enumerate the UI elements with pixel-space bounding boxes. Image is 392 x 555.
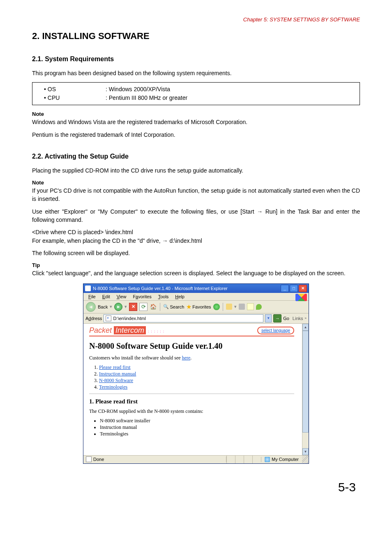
toolbar-divider-2 — [223, 303, 223, 311]
menu-file[interactable]: File — [86, 294, 98, 299]
status-seg — [226, 456, 235, 463]
sec22-p3: Use either "Explorer" or "My Computer" t… — [32, 207, 360, 224]
status-seg — [252, 456, 261, 463]
page-icon — [106, 315, 111, 321]
stop-button[interactable]: ✕ — [129, 303, 137, 311]
status-done: Done — [93, 457, 104, 462]
links-chevron-icon[interactable]: » — [305, 316, 307, 320]
vertical-scrollbar[interactable]: ▲ ▼ — [302, 324, 309, 455]
req-key-cpu: • CPU — [37, 94, 106, 102]
status-page-icon — [86, 456, 92, 462]
menu-favorites[interactable]: Favorites — [130, 294, 154, 299]
back-dropdown-icon[interactable]: ▾ — [110, 304, 112, 309]
sec22-p7: Click "select language", and the languag… — [32, 269, 360, 277]
logo-intercom: Intercom — [114, 326, 146, 334]
window-title: N-8000 Software Setup Guide ver.1.40 - M… — [93, 286, 281, 291]
scroll-up-icon[interactable]: ▲ — [302, 324, 309, 331]
search-button[interactable]: 🔍Search — [163, 304, 184, 309]
scroll-track[interactable] — [302, 331, 309, 448]
select-language-link[interactable]: select language — [257, 327, 294, 334]
note-body-1a: Windows and Windows Vista are the regist… — [32, 118, 360, 126]
heading-2-1: 2.1. System Requirements — [32, 55, 360, 63]
toc-link-1[interactable]: Please read first — [99, 364, 131, 370]
edit-button[interactable] — [247, 303, 254, 310]
status-zone: My Computer — [272, 457, 299, 462]
forward-button[interactable]: ► — [114, 303, 122, 311]
sec22-p4: <Drive where CD is placed> \index.html — [32, 228, 360, 236]
status-seg — [235, 456, 244, 463]
history-button[interactable] — [226, 304, 232, 310]
address-bar: Address D:\en\index.html ▼ → Go Links » — [83, 313, 309, 324]
guide-toc: Please read first Instruction manual N-8… — [99, 364, 294, 390]
close-button[interactable]: ✕ — [299, 285, 307, 292]
back-label: Back — [98, 304, 108, 309]
scroll-thumb[interactable] — [302, 331, 309, 433]
guide-sec1-list: N-8000 software installer Instruction ma… — [100, 418, 294, 437]
guide-intro-text: Customers who install the software shoul… — [89, 355, 182, 361]
sec22-p6: The following screen will be displayed. — [32, 249, 360, 257]
logo-dots-icon: : : : : : : — [148, 329, 164, 334]
address-input[interactable]: D:\en\index.html — [104, 314, 263, 322]
req-val-cpu: : Pentium III 800 MHz or greater — [106, 94, 355, 102]
search-icon: 🔍 — [163, 304, 169, 309]
heading-2-2: 2.2. Activating the Setup Guide — [32, 153, 360, 160]
status-bar: Done My Computer — [83, 455, 309, 463]
req-val-os: : Windows 2000/XP/Vista — [106, 85, 355, 94]
address-value: D:\en\index.html — [113, 316, 145, 321]
address-dropdown-icon[interactable]: ▼ — [265, 314, 272, 322]
maximize-button[interactable]: □ — [290, 285, 298, 292]
back-button[interactable]: ◄ — [86, 302, 96, 312]
note-body-1b: Pentium is the registered trademark of I… — [32, 131, 360, 139]
history-dropdown-icon[interactable]: ▾ — [234, 304, 237, 309]
menu-tools[interactable]: Tools — [156, 294, 171, 299]
favorites-button[interactable]: ★Favorites — [186, 303, 211, 311]
ie-viewport: Packet Intercom : : : : : : select langu… — [83, 324, 309, 455]
home-button[interactable]: 🏠 — [150, 303, 157, 311]
star-icon: ★ — [186, 303, 191, 311]
here-link[interactable]: here — [182, 355, 191, 361]
status-seg — [244, 456, 252, 463]
messenger-button[interactable] — [256, 304, 262, 310]
menu-edit[interactable]: Edit — [100, 294, 113, 299]
media-button[interactable] — [213, 304, 220, 310]
req-key-os: • OS — [37, 85, 106, 94]
sec1-item-3: Terminologies — [100, 431, 294, 437]
chapter-header: Chapter 5: SYSTEM SETTINGS BY SOFTWARE — [32, 16, 360, 23]
favorites-label: Favorites — [192, 304, 211, 309]
menu-view[interactable]: View — [114, 294, 129, 299]
note-label-1: Note — [32, 111, 360, 117]
guide-sec1-title: 1. Please read first — [89, 398, 294, 405]
search-label: Search — [170, 304, 184, 309]
toc-link-3[interactable]: N-8000 Software — [99, 378, 133, 383]
sec1-item-2: Instruction manual — [100, 424, 294, 431]
guide-divider — [89, 394, 294, 394]
sec22-p2: If your PC's CD drive is not compatible … — [32, 187, 360, 203]
refresh-button[interactable]: ⟳ — [139, 303, 148, 311]
resize-grip-icon[interactable] — [302, 456, 309, 463]
guide-title: N-8000 Software Setup Guide ver.1.40 — [89, 341, 294, 351]
toc-link-2[interactable]: Instruction manual — [99, 371, 136, 377]
guide-sec1-line: The CD-ROM supplied with the N-8000 syst… — [89, 408, 294, 415]
titlebar: N-8000 Software Setup Guide ver.1.40 - M… — [83, 284, 309, 293]
address-label: Address — [85, 316, 102, 321]
toolbar-divider — [160, 303, 160, 311]
go-button[interactable]: → — [273, 314, 281, 322]
sec22-p5: For example, when placing the CD in the … — [32, 237, 360, 245]
forward-dropdown-icon[interactable]: ▾ — [125, 304, 127, 309]
toc-link-4[interactable]: Terminologies — [99, 384, 127, 390]
note-label-2: Note — [32, 180, 360, 186]
sec1-item-1: N-8000 software installer — [100, 418, 294, 424]
links-label[interactable]: Links — [291, 316, 303, 321]
packet-intercom-logo: Packet Intercom — [89, 326, 148, 334]
toolbar: ◄ Back ▾ ► ▾ ✕ ⟳ 🏠 🔍Search ★Favorites ▾ — [83, 301, 309, 313]
minimize-button[interactable]: _ — [281, 285, 289, 292]
sec21-intro: This program has been designed based on … — [32, 69, 360, 77]
ie-window: N-8000 Software Setup Guide ver.1.40 - M… — [83, 283, 309, 464]
scroll-down-icon[interactable]: ▼ — [302, 448, 309, 455]
logo-packet: Packet — [89, 326, 112, 334]
menu-help[interactable]: Help — [173, 294, 187, 299]
print-button[interactable] — [239, 304, 245, 310]
ie-throbber-icon — [295, 294, 307, 301]
requirements-table: • OS : Windows 2000/XP/Vista • CPU : Pen… — [32, 82, 360, 105]
zone-icon — [265, 457, 270, 462]
